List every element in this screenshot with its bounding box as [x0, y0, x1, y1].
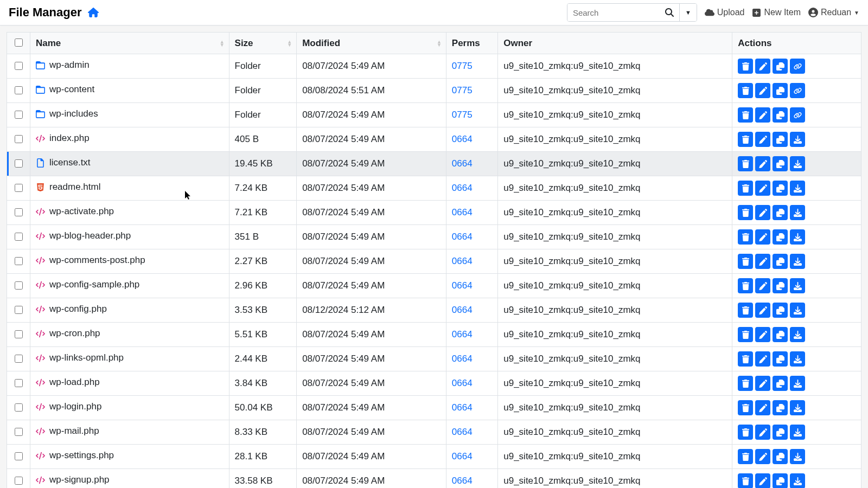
delete-button[interactable] — [738, 425, 753, 440]
rename-button[interactable] — [755, 83, 770, 98]
file-link[interactable]: wp-content — [36, 84, 94, 95]
row-checkbox[interactable] — [15, 135, 23, 143]
delete-button[interactable] — [738, 400, 753, 415]
file-link[interactable]: wp-login.php — [36, 401, 101, 412]
rename-button[interactable] — [755, 156, 770, 171]
perms-link[interactable]: 0775 — [452, 61, 473, 71]
perms-link[interactable]: 0664 — [452, 183, 473, 193]
file-link[interactable]: wp-blog-header.php — [36, 230, 131, 241]
delete-button[interactable] — [738, 278, 753, 293]
download-button[interactable] — [790, 473, 805, 488]
download-button[interactable] — [790, 205, 805, 220]
row-checkbox[interactable] — [15, 62, 23, 70]
delete-button[interactable] — [738, 327, 753, 342]
download-button[interactable] — [790, 351, 805, 367]
file-link[interactable]: wp-config-sample.php — [36, 279, 139, 290]
rename-button[interactable] — [755, 229, 770, 245]
row-checkbox[interactable] — [15, 86, 23, 94]
download-button[interactable] — [790, 376, 805, 391]
delete-button[interactable] — [738, 181, 753, 196]
file-link[interactable]: wp-mail.php — [36, 426, 99, 436]
perms-link[interactable]: 0664 — [452, 280, 473, 291]
row-checkbox[interactable] — [15, 184, 23, 192]
link-button[interactable] — [790, 107, 805, 123]
copy-button[interactable] — [773, 400, 788, 415]
perms-link[interactable]: 0664 — [452, 329, 473, 339]
perms-link[interactable]: 0664 — [452, 158, 473, 169]
delete-button[interactable] — [738, 156, 753, 171]
row-checkbox[interactable] — [15, 233, 23, 241]
file-link[interactable]: wp-load.php — [36, 377, 100, 388]
file-link[interactable]: wp-config.php — [36, 304, 107, 314]
rename-button[interactable] — [755, 425, 770, 440]
file-link[interactable]: readme.html — [36, 182, 100, 192]
copy-button[interactable] — [773, 351, 788, 367]
copy-button[interactable] — [773, 156, 788, 171]
file-link[interactable]: index.php — [36, 133, 90, 144]
delete-button[interactable] — [738, 303, 753, 318]
perms-link[interactable]: 0664 — [452, 354, 473, 364]
row-checkbox[interactable] — [15, 159, 23, 168]
rename-button[interactable] — [755, 303, 770, 318]
perms-link[interactable]: 0664 — [452, 476, 473, 486]
perms-link[interactable]: 0664 — [452, 305, 473, 315]
copy-button[interactable] — [773, 229, 788, 245]
rename-button[interactable] — [755, 449, 770, 464]
copy-button[interactable] — [773, 376, 788, 391]
col-header-size[interactable]: Size ▲▼ — [229, 33, 297, 54]
download-button[interactable] — [790, 254, 805, 269]
rename-button[interactable] — [755, 181, 770, 196]
home-button[interactable] — [88, 7, 99, 18]
perms-link[interactable]: 0664 — [452, 451, 473, 461]
copy-button[interactable] — [773, 254, 788, 269]
copy-button[interactable] — [773, 132, 788, 147]
perms-link[interactable]: 0664 — [452, 232, 473, 242]
perms-link[interactable]: 0664 — [452, 378, 473, 388]
download-button[interactable] — [790, 449, 805, 464]
rename-button[interactable] — [755, 132, 770, 147]
file-link[interactable]: wp-admin — [36, 60, 90, 70]
copy-button[interactable] — [773, 59, 788, 74]
row-checkbox[interactable] — [15, 403, 23, 412]
perms-link[interactable]: 0775 — [452, 110, 473, 120]
download-button[interactable] — [790, 132, 805, 147]
rename-button[interactable] — [755, 59, 770, 74]
delete-button[interactable] — [738, 473, 753, 488]
delete-button[interactable] — [738, 376, 753, 391]
upload-button[interactable]: Upload — [705, 8, 745, 17]
download-button[interactable] — [790, 303, 805, 318]
row-checkbox[interactable] — [15, 355, 23, 363]
delete-button[interactable] — [738, 205, 753, 220]
copy-button[interactable] — [773, 449, 788, 464]
row-checkbox[interactable] — [15, 208, 23, 216]
user-menu[interactable]: Reduan ▼ — [808, 8, 859, 17]
download-button[interactable] — [790, 229, 805, 245]
rename-button[interactable] — [755, 107, 770, 123]
link-button[interactable] — [790, 59, 805, 74]
rename-button[interactable] — [755, 473, 770, 488]
file-link[interactable]: wp-cron.php — [36, 328, 100, 339]
rename-button[interactable] — [755, 205, 770, 220]
col-header-modified[interactable]: Modified ▲▼ — [297, 33, 446, 54]
file-link[interactable]: wp-activate.php — [36, 206, 114, 217]
row-checkbox[interactable] — [15, 477, 23, 485]
search-input[interactable] — [567, 4, 660, 21]
delete-button[interactable] — [738, 351, 753, 367]
perms-link[interactable]: 0664 — [452, 256, 473, 266]
rename-button[interactable] — [755, 278, 770, 293]
new-item-button[interactable]: New Item — [752, 8, 801, 17]
search-options-toggle[interactable]: ▼ — [679, 4, 697, 21]
row-checkbox[interactable] — [15, 257, 23, 265]
row-checkbox[interactable] — [15, 306, 23, 314]
row-checkbox[interactable] — [15, 379, 23, 387]
col-header-name[interactable]: Name ▲▼ — [30, 33, 229, 54]
download-button[interactable] — [790, 156, 805, 171]
copy-button[interactable] — [773, 327, 788, 342]
download-button[interactable] — [790, 425, 805, 440]
file-link[interactable]: wp-links-opml.php — [36, 352, 124, 363]
file-link[interactable]: wp-comments-post.php — [36, 255, 145, 266]
perms-link[interactable]: 0664 — [452, 427, 473, 437]
rename-button[interactable] — [755, 400, 770, 415]
delete-button[interactable] — [738, 59, 753, 74]
copy-button[interactable] — [773, 205, 788, 220]
